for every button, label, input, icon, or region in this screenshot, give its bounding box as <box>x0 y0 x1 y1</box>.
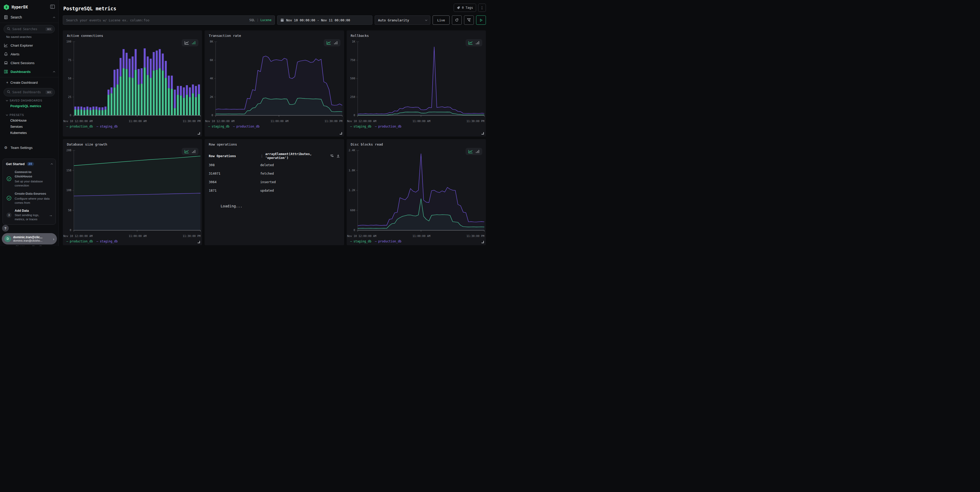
lucene-mode-toggle[interactable]: Lucene <box>261 18 272 22</box>
sidebar-item-alerts[interactable]: Alerts <box>0 50 59 59</box>
panel-resize-handle[interactable] <box>198 132 200 134</box>
svg-text:25: 25 <box>68 95 71 98</box>
saved-dashboards-input[interactable]: Saved Dashboards ⌘K <box>3 88 55 96</box>
chart-plot[interactable]: 02505007501K <box>347 39 486 120</box>
x-axis-labels: Nov 10 12:00:00 AM11:00:00 AM11:30:00 PM <box>63 120 202 123</box>
plus-icon: + <box>6 80 8 85</box>
panel-rollbacks: Rollbacks 02505007501K Nov 10 12:00:00 A… <box>347 30 486 137</box>
expand-rows-icon[interactable] <box>330 154 334 158</box>
date-range-picker[interactable]: Nov 10 00:00:00 - Nov 11 00:00:00 <box>277 16 372 25</box>
mode-separator: | <box>256 18 258 22</box>
sidebar-item-clickhouse[interactable]: ClickHouse <box>0 117 59 124</box>
event-search-input[interactable]: Search your events w/ Lucene ex. column:… <box>63 16 275 25</box>
sidebar-item-label: Chart Explorer <box>11 43 55 47</box>
download-icon[interactable] <box>336 154 340 158</box>
sidebar-item-postgresql-metrics[interactable]: PostgreSQL metrics <box>0 103 59 109</box>
help-button[interactable]: ? <box>2 225 9 232</box>
line-chart-icon[interactable] <box>326 41 331 45</box>
dashboards-icon <box>3 70 8 74</box>
sidebar-item-dashboards[interactable]: Dashboards <box>0 67 59 76</box>
column-drag-handle[interactable]: ⋮ <box>260 154 263 158</box>
chart-plot[interactable]: 02K4K6K8K <box>205 39 344 120</box>
line-chart-icon[interactable] <box>185 150 189 153</box>
live-button[interactable]: Live <box>433 16 450 25</box>
panel-resize-handle[interactable] <box>198 241 200 243</box>
table-row[interactable]: 3064inserted <box>209 178 340 186</box>
chart-plot[interactable]: 0255075100 <box>63 39 202 120</box>
row-operations-table: Row Operations ⋮ arrayElement(Attributes… <box>209 152 340 195</box>
panel-title: Rollbacks <box>347 30 486 38</box>
svg-text:1K: 1K <box>352 40 355 43</box>
refresh-button[interactable] <box>452 16 462 25</box>
sidebar-item-label: Team Settings <box>11 146 55 150</box>
panel-resize-handle[interactable] <box>482 241 484 243</box>
table-row[interactable]: 314071fetched <box>209 169 340 178</box>
run-query-button[interactable] <box>476 16 486 25</box>
line-chart-icon[interactable] <box>468 41 473 45</box>
panel-active-connections: Active connections 0255075100 Nov 10 12:… <box>63 30 202 137</box>
bar-chart-icon[interactable] <box>334 41 338 45</box>
refresh-icon <box>455 18 459 22</box>
bar-chart-icon[interactable] <box>476 41 479 45</box>
check-circle-icon <box>6 176 12 181</box>
svg-text:250: 250 <box>350 95 355 98</box>
chart-type-toggle <box>182 39 199 46</box>
sidebar-item-client-sessions[interactable]: Client Sessions <box>0 59 59 67</box>
svg-text:0: 0 <box>212 114 213 117</box>
create-dashboard-button[interactable]: + Create Dashboard <box>0 78 59 86</box>
get-started-step-connect[interactable]: Connect to ClickHouse Set up your databa… <box>6 170 52 187</box>
get-started-title: Get Started <box>6 162 25 166</box>
chart-legend: —production_db —staging_db <box>67 240 202 243</box>
filter-edit-icon <box>467 18 471 22</box>
user-menu[interactable]: D dominic.tran@clic... dominic.tran@clic… <box>2 233 57 244</box>
chevron-up-icon[interactable] <box>51 163 53 166</box>
panel-resize-handle[interactable] <box>482 132 484 134</box>
play-icon <box>479 19 483 22</box>
svg-text:600: 600 <box>350 209 355 212</box>
panel-resize-handle[interactable] <box>340 132 342 134</box>
toolbar: Search your events w/ Lucene ex. column:… <box>63 16 486 25</box>
chart-type-toggle <box>466 39 482 46</box>
page-title: PostgreSQL metrics <box>63 6 486 11</box>
table-row[interactable]: 308deleted <box>209 161 340 169</box>
sidebar-item-label: Search <box>11 15 53 19</box>
saved-searches-input[interactable]: Saved Searches ⌘K <box>3 25 55 33</box>
chart-plot[interactable]: 05B10B15B20B <box>63 148 202 235</box>
shortcut-badge: ⌘K <box>46 90 52 94</box>
sql-mode-toggle[interactable]: SQL <box>250 18 255 22</box>
granularity-select[interactable]: Auto Granularity <box>375 16 430 25</box>
svg-text:0: 0 <box>353 229 355 232</box>
bar-chart-icon[interactable] <box>476 150 479 153</box>
chart-plot[interactable]: 06001.2K1.8K2.4K <box>347 148 486 235</box>
bar-chart-icon[interactable] <box>192 150 196 153</box>
calendar-icon <box>280 18 284 22</box>
sidebar-item-chart-explorer[interactable]: Chart Explorer <box>0 41 59 50</box>
saved-dashboards-section[interactable]: SAVED DASHBOARDS <box>6 99 59 102</box>
shortcut-badge: ⌘K <box>46 27 52 31</box>
panel-title: Transaction rate <box>205 30 344 38</box>
sidebar-item-team-settings[interactable]: ⚙ Team Settings <box>0 143 59 152</box>
step-subtitle: Configure where your data comes from <box>15 196 51 205</box>
date-range-value: Nov 10 00:00:00 - Nov 11 00:00:00 <box>286 18 350 22</box>
column-header[interactable]: Row Operations <box>209 154 260 158</box>
panel-database-size-growth: Database size growth 05B10B15B20B Nov 10… <box>63 139 202 245</box>
sidebar-item-services[interactable]: Services <box>0 124 59 130</box>
sidebar-item-search[interactable]: Search <box>0 13 59 22</box>
gear-icon: ⚙ <box>3 145 8 150</box>
line-chart-icon[interactable] <box>185 41 189 45</box>
table-row[interactable]: 1871updated <box>209 186 340 195</box>
tags-button[interactable]: 0 Tags <box>454 3 476 12</box>
get-started-step-add-data[interactable]: 3 Add Data Start sending logs, metrics, … <box>6 209 52 221</box>
svg-text:2.4K: 2.4K <box>348 149 355 152</box>
column-header[interactable]: arrayElement(Attributes, 'operation') <box>265 152 328 160</box>
svg-text:100: 100 <box>67 40 71 43</box>
filter-button[interactable] <box>464 16 474 25</box>
presets-section[interactable]: PRESETS <box>6 113 59 117</box>
sidebar-collapse-icon[interactable] <box>50 5 55 10</box>
get-started-step-sources[interactable]: Create Data Sources Configure where your… <box>6 192 52 205</box>
panel-menu-button[interactable]: ⋮ <box>478 3 486 12</box>
line-chart-icon[interactable] <box>468 150 473 153</box>
bar-chart-icon[interactable] <box>192 41 196 45</box>
sidebar-item-kubernetes[interactable]: Kubernetes <box>0 130 59 136</box>
saved-searches-placeholder: Saved Searches <box>12 27 46 31</box>
